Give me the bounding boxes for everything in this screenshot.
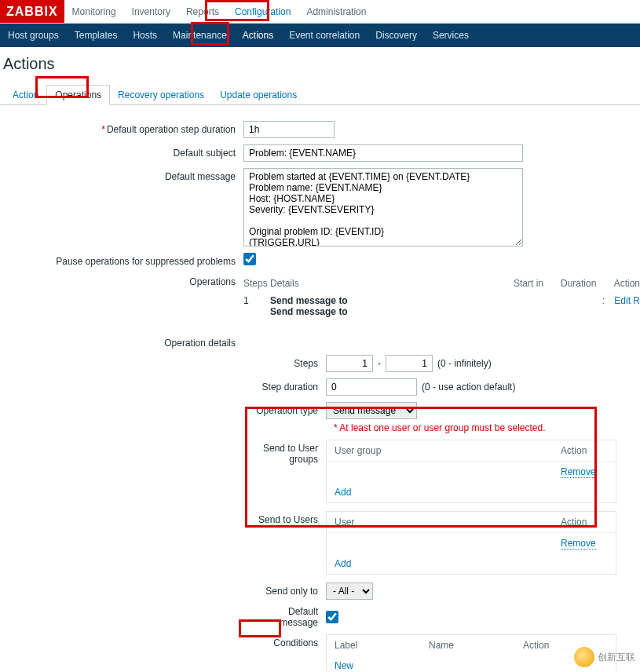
cond-name-head: Name: [429, 640, 523, 651]
warning-select-user: * At least one user or user group must b…: [334, 422, 640, 433]
submenu-templates[interactable]: Templates: [67, 24, 126, 47]
users-table: User Action Remove Add: [326, 511, 616, 575]
topbar: ZABBIX Monitoring Inventory Reports Conf…: [0, 0, 640, 24]
watermark-icon: [574, 647, 594, 667]
page-title: Actions: [0, 47, 640, 84]
operations-table: Steps Details Start in Duration Action 1…: [243, 273, 640, 319]
label-send-only-to: Send only to: [247, 586, 326, 597]
textarea-default-message[interactable]: [243, 168, 523, 247]
usergroup-action-head: Action: [561, 445, 608, 456]
select-operation-type[interactable]: Send message: [326, 402, 417, 419]
label-steps: Steps: [247, 358, 326, 369]
ops-action-links: Edit R: [605, 294, 640, 319]
label-operation-type: Operation type: [247, 405, 326, 416]
label-operation-details: Operation details: [0, 334, 243, 349]
ops-duration-sep: :: [561, 294, 605, 319]
label-operations: Operations: [0, 273, 243, 319]
label-conditions: Conditions: [247, 637, 326, 672]
steps-hint: (0 - infinitely): [437, 358, 492, 369]
usergroup-add-link[interactable]: Add: [335, 487, 351, 498]
ops-head-details: Details: [270, 276, 514, 290]
input-step-duration[interactable]: [326, 378, 417, 396]
cond-new-link[interactable]: New: [335, 660, 353, 671]
topmenu-inventory[interactable]: Inventory: [124, 0, 178, 23]
tab-action[interactable]: Action: [5, 86, 46, 104]
topmenu-reports[interactable]: Reports: [178, 0, 227, 23]
tab-operations[interactable]: Operations: [46, 85, 110, 105]
ops-details: Send message to Send message to: [270, 294, 514, 319]
ops-head-duration: Duration: [561, 276, 605, 290]
submenu-eventcorr[interactable]: Event correlation: [281, 24, 368, 47]
select-send-only-to[interactable]: - All -: [326, 583, 373, 600]
input-steps-to[interactable]: [386, 355, 433, 372]
input-steps-from[interactable]: [326, 355, 373, 372]
input-default-subject[interactable]: [243, 144, 523, 162]
tabs: Action Operations Recovery operations Up…: [0, 84, 640, 105]
submenu-discovery[interactable]: Discovery: [368, 24, 425, 47]
checkbox-default-message[interactable]: [326, 611, 338, 623]
top-menu: Monitoring Inventory Reports Configurati…: [64, 0, 375, 23]
ops-remove-link[interactable]: R: [633, 295, 640, 306]
submenu-maintenance[interactable]: Maintenance: [165, 24, 235, 47]
user-action-head: Action: [561, 517, 608, 528]
user-remove-link[interactable]: Remove: [561, 538, 596, 550]
submenu-services[interactable]: Services: [425, 24, 477, 47]
usergroup-remove-link[interactable]: Remove: [561, 466, 596, 478]
label-default-subject: Default subject: [0, 144, 243, 162]
operations-row: 1 Send message to Send message to : Edit…: [243, 294, 640, 319]
label-step-duration: Step duration: [247, 382, 326, 393]
label-default-message: Default message: [0, 168, 243, 247]
topmenu-administration[interactable]: Administration: [298, 0, 374, 23]
step-duration-hint: (0 - use action default): [422, 382, 515, 393]
usergroup-head: User group: [335, 445, 561, 456]
tab-update[interactable]: Update operations: [212, 86, 305, 104]
user-add-link[interactable]: Add: [335, 558, 351, 569]
ops-step-no: 1: [243, 294, 270, 319]
submenu-actions[interactable]: Actions: [235, 24, 281, 47]
checkbox-pause[interactable]: [243, 253, 256, 265]
tab-recovery[interactable]: Recovery operations: [110, 86, 212, 104]
label-default-message-chk: Default message: [247, 606, 326, 628]
logo[interactable]: ZABBIX: [0, 0, 64, 23]
ops-edit-link[interactable]: Edit: [614, 295, 631, 306]
submenu-hosts[interactable]: Hosts: [125, 24, 165, 47]
topmenu-monitoring[interactable]: Monitoring: [64, 0, 124, 23]
input-default-step-duration[interactable]: [243, 121, 335, 138]
sub-menu: Host groups Templates Hosts Maintenance …: [0, 24, 640, 47]
label-default-step-duration: *Default operation step duration: [0, 121, 243, 138]
cond-label-head: Label: [335, 640, 429, 651]
user-head: User: [335, 517, 561, 528]
watermark: 创新互联: [574, 647, 635, 667]
ops-head-startin: Start in: [514, 276, 561, 290]
ops-head-action: Action: [605, 276, 640, 290]
submenu-hostgroups[interactable]: Host groups: [0, 24, 67, 47]
topmenu-configuration[interactable]: Configuration: [227, 0, 298, 23]
conditions-table: Label Name Action New: [326, 634, 616, 672]
ops-head-steps: Steps: [243, 276, 270, 290]
label-send-to-users: Send to Users: [247, 514, 326, 583]
steps-dash: -: [378, 358, 381, 369]
user-groups-table: User group Action Remove Add: [326, 440, 616, 503]
label-pause: Pause operations for suppressed problems: [0, 253, 243, 267]
label-send-to-user-groups: Send to User groups: [247, 443, 326, 511]
